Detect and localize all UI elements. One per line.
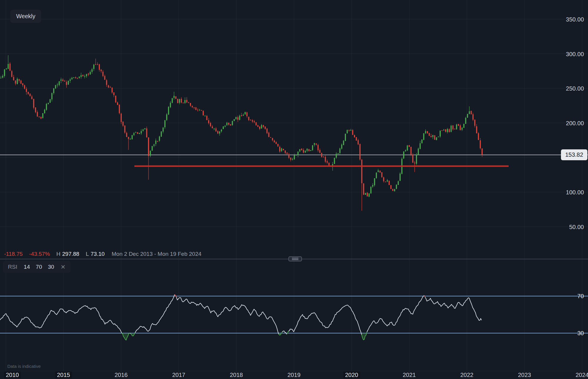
high-value: 297.88 — [62, 251, 79, 257]
timeframe-chip[interactable]: Weekly — [10, 10, 41, 23]
price-tick-200: 200.00 — [549, 120, 584, 126]
data-indicative-watermark: Data is indicative — [7, 364, 41, 369]
price-tick-50: 50.00 — [549, 224, 584, 230]
price-tick-250: 250.00 — [549, 85, 584, 92]
trading-chart-window: Weekly -118.75 -43.57% H297.88 L73.10 Mo… — [0, 0, 588, 379]
indicator-lower-level: 30 — [48, 264, 54, 270]
year-label-2024: 2024 — [574, 371, 588, 378]
year-label-2022: 2022 — [459, 371, 475, 378]
symbol-stats-bar: -118.75 -43.57% H297.88 L73.10 Mon 2 Dec… — [4, 250, 201, 258]
high-label: H — [56, 251, 61, 257]
year-label-2021: 2021 — [401, 371, 418, 378]
year-label-2019: 2019 — [286, 371, 303, 378]
change-percent: -43.57% — [29, 251, 50, 257]
close-icon[interactable]: ✕ — [61, 263, 66, 271]
year-label-2018: 2018 — [228, 371, 245, 378]
indicator-name: RSI — [8, 264, 17, 270]
year-label-2017: 2017 — [171, 371, 187, 378]
timeframe-label: Weekly — [16, 13, 35, 20]
indicator-upper-level: 70 — [36, 264, 42, 270]
price-tick-300: 300.00 — [549, 51, 584, 57]
pane-resize-handle[interactable] — [288, 256, 302, 261]
rsi-legend[interactable]: RSI 14 70 30 ✕ — [3, 261, 71, 273]
year-label-2010: 2010 — [4, 371, 21, 378]
chart-canvas[interactable] — [0, 0, 588, 379]
year-label-2023: 2023 — [516, 371, 533, 378]
low-value: 73.10 — [91, 251, 105, 257]
gridlines — [0, 0, 588, 374]
last-price-tag: 153.82 — [561, 149, 587, 160]
change-absolute: -118.75 — [4, 251, 23, 257]
year-label-2015: 2015 — [55, 371, 72, 378]
year-label-2016: 2016 — [113, 371, 130, 378]
year-label-2020: 2020 — [343, 371, 360, 378]
indicator-length: 14 — [24, 264, 30, 270]
date-range: Mon 2 Dec 2013 - Mon 19 Feb 2024 — [112, 251, 201, 257]
rsi-tick-70: 70 — [549, 293, 584, 299]
low-stat: L73.10 — [86, 251, 105, 257]
price-tick-350: 350.00 — [549, 16, 584, 23]
low-label: L — [86, 251, 89, 257]
candlestick-series — [0, 55, 482, 211]
price-tick-100: 100.00 — [549, 189, 584, 196]
rsi-tick-30: 30 — [549, 330, 584, 336]
high-stat: H297.88 — [56, 251, 79, 257]
